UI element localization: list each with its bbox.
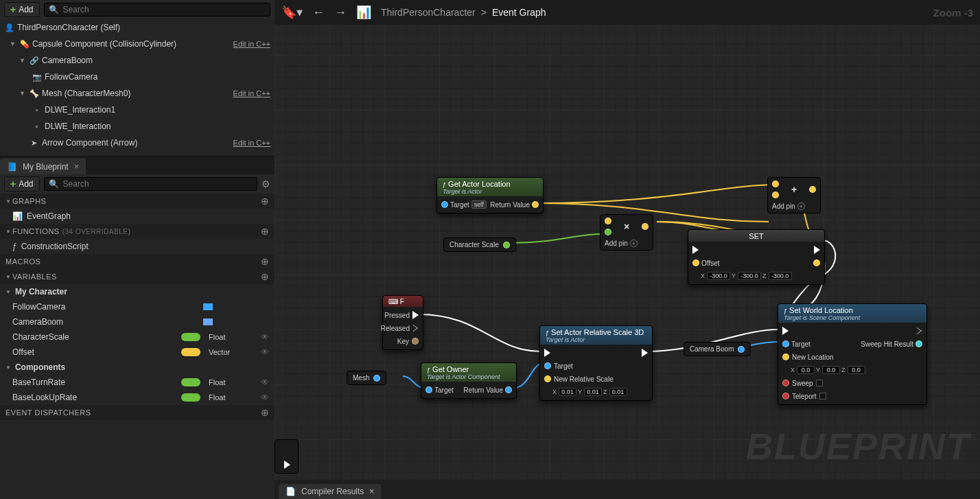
checkbox-teleport[interactable]	[819, 393, 826, 399]
pin-exec-out[interactable]	[284, 461, 290, 469]
add-pin-icon[interactable]: +	[630, 240, 638, 247]
edit-cpp-link[interactable]: Edit in C++	[233, 89, 270, 97]
pin-exec-out[interactable]	[916, 327, 922, 335]
add-new-button[interactable]: +Add	[4, 176, 40, 192]
var-baseturnrate[interactable]: BaseTurnRateFloat👁	[0, 375, 275, 390]
node-set-world-location[interactable]: ƒ Set World LocationTarget is Scene Comp…	[778, 303, 927, 405]
visibility-icon[interactable]: 👁	[261, 393, 269, 402]
components-search[interactable]: 🔍	[44, 3, 270, 16]
node-set-actor-scale[interactable]: ƒ Set Actor Relative Scale 3DTarget is A…	[539, 325, 653, 401]
edit-cpp-link[interactable]: Edit in C++	[233, 139, 270, 147]
node-mesh[interactable]: Mesh	[347, 371, 386, 385]
add-component-button[interactable]: +Add	[4, 2, 40, 17]
add-variable-icon[interactable]: ⊕	[261, 271, 270, 282]
var-cameraboom[interactable]: CameraBoom	[0, 314, 275, 329]
pin-target[interactable]	[782, 340, 789, 347]
var-baselookuprate[interactable]: BaseLookUpRateFloat👁	[0, 390, 275, 405]
tree-row-followcamera[interactable]: 📷FollowCamera	[0, 69, 275, 85]
pin-out[interactable]	[813, 259, 820, 266]
components-search-input[interactable]	[63, 5, 266, 14]
component-tree[interactable]: 👤ThirdPersonCharacter (Self) ▼💊Capsule C…	[0, 19, 275, 156]
pin-return[interactable]	[505, 386, 512, 393]
add-macro-icon[interactable]: ⊕	[261, 256, 270, 267]
input-y[interactable]: -300.0	[738, 272, 761, 280]
pin-target[interactable]	[544, 362, 551, 369]
node-add[interactable]: + Add pin+	[767, 177, 821, 213]
close-icon[interactable]: ×	[369, 487, 374, 496]
pin-a[interactable]	[605, 218, 611, 224]
pin-out[interactable]	[373, 375, 380, 382]
breadcrumb[interactable]: ThirdPersonCharacter > Event Graph	[381, 7, 546, 18]
section-variables[interactable]: ▼VARIABLES⊕	[0, 269, 275, 284]
pin-out[interactable]	[642, 223, 649, 230]
pin-offset[interactable]	[692, 259, 699, 266]
tab-myblueprint[interactable]: 📘 My Blueprint×	[0, 159, 86, 174]
edit-cpp-link[interactable]: Edit in C++	[233, 40, 270, 48]
expand-icon[interactable]: ▼	[19, 90, 26, 97]
input-x[interactable]: 0.01	[559, 388, 576, 396]
visibility-icon[interactable]: 👁	[261, 378, 269, 387]
tab-compiler-results[interactable]: 📄 Compiler Results ×	[279, 484, 381, 499]
item-construction[interactable]: ƒConstructionScript	[0, 239, 275, 254]
pin-sweep[interactable]	[782, 380, 789, 386]
pin-out[interactable]	[809, 186, 816, 193]
pin-return[interactable]	[532, 201, 539, 208]
pin-pressed[interactable]	[412, 311, 419, 319]
section-dispatchers[interactable]: EVENT DISPATCHERS⊕	[0, 405, 275, 420]
pin-newloc[interactable]	[782, 353, 789, 360]
nav-forward-icon[interactable]: →	[334, 5, 347, 20]
input-z[interactable]: 0.0	[848, 366, 865, 374]
pin-exec-out[interactable]	[814, 246, 820, 254]
tree-row-interaction1[interactable]: ▫DLWE_Interaction1	[0, 102, 275, 118]
add-pin-icon[interactable]: +	[797, 202, 805, 210]
add-dispatcher-icon[interactable]: ⊕	[261, 407, 270, 418]
tree-row-mesh[interactable]: ▼🦴Mesh (CharacterMesh0)Edit in C++	[0, 85, 275, 102]
tree-row-capsule[interactable]: ▼💊Capsule Component (CollisionCylinder)E…	[0, 36, 275, 52]
pin-exec-in[interactable]	[692, 246, 699, 254]
node-get-actor-location[interactable]: ƒ Get Actor LocationTarget is Actor Targ…	[436, 177, 544, 213]
gear-icon[interactable]: ⚙	[261, 178, 270, 189]
node-multiply[interactable]: × Add pin+	[600, 214, 653, 251]
pin-exec-out[interactable]	[642, 349, 648, 357]
pin-key[interactable]	[412, 338, 419, 345]
var-characterscale[interactable]: CharacterScaleFloat👁	[0, 329, 275, 345]
var-offset[interactable]: OffsetVector👁	[0, 345, 275, 360]
add-function-icon[interactable]: ⊕	[261, 226, 270, 237]
node-camera-boom[interactable]: Camera Boom	[684, 342, 751, 356]
nav-back-icon[interactable]: ←	[312, 5, 325, 20]
pin-exec-in[interactable]	[544, 349, 550, 357]
node-get-owner[interactable]: ƒ Get OwnerTarget is Actor Component Tar…	[421, 362, 517, 399]
item-eventgraph[interactable]: 📊EventGraph	[0, 209, 275, 224]
node-input-f[interactable]: ⌨ F Pressed Released Key	[382, 295, 423, 350]
graph-canvas[interactable]: 🔖▾ ← → 📊 ThirdPersonCharacter > Event Gr…	[275, 0, 980, 499]
pin-target[interactable]	[425, 386, 432, 393]
section-functions[interactable]: ▼FUNCTIONS(34 OVERRIDABLE)⊕	[0, 224, 275, 239]
node-set-offset[interactable]: SET Offset X-300.0 Y-300.0 Z-300.0	[688, 229, 825, 285]
pin-hit[interactable]	[915, 340, 922, 347]
pin-target[interactable]	[441, 201, 448, 208]
pin-teleport[interactable]	[782, 393, 789, 399]
pin-out[interactable]	[503, 242, 510, 248]
pin-exec-in[interactable]	[782, 327, 789, 335]
pin-a[interactable]	[772, 181, 779, 187]
tree-row-interaction[interactable]: ▫DLWE_Interaction	[0, 118, 275, 135]
checkbox-sweep[interactable]	[816, 380, 823, 386]
visibility-icon[interactable]: 👁	[261, 332, 269, 342]
input-x[interactable]: 0.0	[797, 366, 815, 374]
var-group-components[interactable]: ▼Components	[0, 360, 275, 375]
pin-b[interactable]	[605, 229, 611, 235]
input-y[interactable]: 0.0	[822, 366, 840, 374]
pin-out[interactable]	[738, 346, 745, 353]
var-group-mycharacter[interactable]: ▼My Character	[0, 284, 275, 299]
var-followcamera[interactable]: FollowCamera	[0, 299, 275, 314]
blueprint-search-input[interactable]	[63, 179, 253, 189]
input-z[interactable]: 0.01	[609, 388, 627, 396]
section-graphs[interactable]: ▼GRAPHS⊕	[0, 194, 275, 209]
tree-row-arrow[interactable]: ➤Arrow Component (Arrow)Edit in C++	[0, 135, 275, 151]
pin-scale[interactable]	[544, 375, 551, 382]
tree-row-cameraboom[interactable]: ▼🔗CameraBoom	[0, 52, 275, 69]
pin-released[interactable]	[412, 324, 419, 332]
bookmark-icon[interactable]: 🔖▾	[281, 5, 303, 20]
pin-b[interactable]	[772, 192, 779, 198]
tree-row-self[interactable]: 👤ThirdPersonCharacter (Self)	[0, 19, 275, 36]
